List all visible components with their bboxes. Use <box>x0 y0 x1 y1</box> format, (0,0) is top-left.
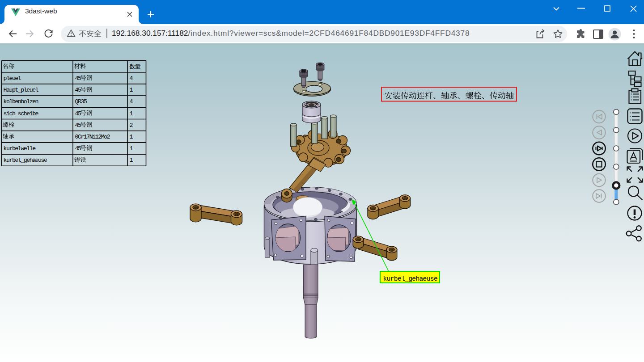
svg-text:45: 45 <box>75 145 81 152</box>
svg-text:kurbel_gehaeuse: kurbel_gehaeuse <box>4 157 47 164</box>
svg-text:45: 45 <box>75 87 81 93</box>
svg-text:1: 1 <box>130 145 133 152</box>
svg-text:45: 45 <box>75 110 81 117</box>
svg-text:sich_scheibe: sich_scheibe <box>4 110 39 117</box>
svg-text:数量: 数量 <box>129 63 141 70</box>
svg-text:1: 1 <box>130 134 133 140</box>
svg-text:45: 45 <box>75 75 81 82</box>
svg-text:4: 4 <box>130 98 133 105</box>
svg-text:1: 1 <box>130 157 133 164</box>
svg-text:kurbel_gehaeuse: kurbel_gehaeuse <box>383 275 438 282</box>
svg-text:4: 4 <box>130 75 133 82</box>
svg-text:QR35: QR35 <box>75 98 87 105</box>
svg-text:Haupt_pleuel: Haupt_pleuel <box>4 87 39 93</box>
svg-text:2: 2 <box>130 122 133 129</box>
svg-text:kurbelwelle: kurbelwelle <box>4 145 36 152</box>
svg-text:45: 45 <box>75 122 81 129</box>
svg-text:pleuel: pleuel <box>4 75 21 82</box>
svg-text:1: 1 <box>130 110 133 117</box>
svg-text:kolbenbolzen: kolbenbolzen <box>4 98 38 105</box>
svg-text:1: 1 <box>130 87 133 93</box>
svg-text:0Cr17Ni12Mo2: 0Cr17Ni12Mo2 <box>75 134 110 140</box>
